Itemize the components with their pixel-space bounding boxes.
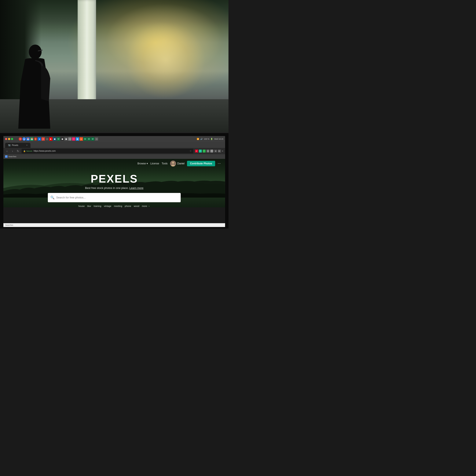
search-section: 🔍 house blur training vintage meeting ph…: [3, 189, 225, 207]
gmail-icon[interactable]: M: [19, 137, 22, 141]
tools-button[interactable]: Tools: [162, 162, 168, 165]
tag-phone[interactable]: phone: [125, 205, 131, 207]
system-controls: 📶 🔊 100 % 🔋 Wed 16:15: [197, 138, 223, 140]
back-button[interactable]: ‹: [5, 149, 9, 153]
calendar-icon[interactable]: 📅: [26, 137, 30, 141]
extension2-icon[interactable]: A: [41, 137, 45, 141]
tab-title: Pexels: [12, 144, 18, 146]
pexels-subtitle: Best free stock photos in one place. Lea…: [85, 186, 143, 189]
tab-close-icon[interactable]: ×: [26, 144, 28, 146]
refresh-button[interactable]: ↻: [16, 149, 20, 153]
window-glow: [126, 21, 206, 99]
medium3-icon[interactable]: M: [87, 137, 91, 141]
address-bar[interactable]: 🔒 Secure https://www.pexels.com ☆: [22, 149, 193, 153]
browser-tab[interactable]: 📷 Pexels ×: [5, 143, 31, 148]
subtitle-text: Best free stock photos in one place.: [85, 186, 129, 189]
license-button[interactable]: License: [151, 162, 159, 165]
pexels-title: PEXELS: [91, 172, 138, 185]
browser-titlebar: M ▲ 📅 📅 ● ◈ A ◻ ▶ ◼ M ◼ ◼ ◻ ⬡ ◉ ▸ M M M: [3, 136, 225, 142]
pexels-nav: Browse ▾ License Tools: [3, 159, 225, 168]
minimize-button[interactable]: [8, 138, 10, 140]
hero-text-section: PEXELS Best free stock photos in one pla…: [3, 172, 225, 189]
extension3-icon[interactable]: ◻: [45, 137, 49, 141]
quick-tags: house blur training vintage meeting phon…: [79, 205, 150, 207]
medium4-icon[interactable]: M: [91, 137, 94, 141]
extension-icon-1[interactable]: ◉: [206, 150, 209, 153]
wifi-icon: 📶: [197, 138, 199, 140]
tag-blur[interactable]: blur: [87, 205, 91, 207]
user-name-label: Daniel: [177, 162, 185, 165]
extension7-icon[interactable]: ◻: [68, 137, 71, 141]
tag-house[interactable]: house: [79, 205, 85, 207]
browse-chevron-icon: ▾: [147, 162, 148, 165]
pexels-hero: Browse ▾ License Tools: [3, 159, 225, 207]
extension-icon-2[interactable]: ⚙: [210, 150, 213, 153]
battery-icon: 🔋: [210, 138, 213, 140]
pinterest-icon[interactable]: 𝗽: [195, 150, 198, 153]
bookmark-search-icon: 🔍: [5, 155, 8, 158]
svg-point-0: [29, 45, 41, 59]
address-bar-icons: 𝗽 G f ◉ ⚙ ◀ ▶ ×: [195, 149, 223, 153]
close-tab-icon[interactable]: ×: [222, 149, 223, 153]
user-avatar[interactable]: [170, 161, 176, 167]
medium2-icon[interactable]: M: [83, 137, 87, 141]
extension10-icon[interactable]: ▸: [80, 137, 83, 141]
more-tags-arrow-icon: →: [148, 205, 150, 207]
bookmarks-toolbar: 🔍 Searches: [3, 154, 225, 159]
user-profile-area: Daniel: [170, 161, 185, 167]
tab-bar: 📷 Pexels ×: [3, 142, 225, 148]
extension-icon-4[interactable]: ▶: [218, 150, 221, 153]
browse-button[interactable]: Browse ▾: [137, 162, 148, 165]
browser-toolbar-icons: M ▲ 📅 📅 ● ◈ A ◻ ▶ ◼ M ◼ ◼ ◻ ⬡ ◉ ▸ M M M: [17, 136, 196, 142]
zoom-level: 100 %: [204, 138, 209, 140]
forward-button[interactable]: ›: [11, 149, 14, 153]
more-options-button[interactable]: ···: [218, 161, 221, 166]
contribute-photos-button[interactable]: Contribute Photos: [187, 161, 215, 166]
url-display: https://www.pexels.com: [34, 150, 56, 152]
grammarly-icon[interactable]: G: [199, 150, 202, 153]
volume-icon: 🔊: [200, 138, 203, 140]
extension9-icon[interactable]: ◉: [76, 137, 79, 141]
time-display: Wed 16:15: [214, 138, 223, 140]
tab-favicon: 📷: [8, 144, 11, 146]
extension5-icon[interactable]: ◼: [61, 137, 64, 141]
search-box[interactable]: 🔍: [48, 193, 181, 202]
address-bar-row: ‹ › ↻ 🔒 Secure https://www.pexels.com ☆ …: [3, 148, 225, 154]
extension-icon-3[interactable]: ◀: [214, 150, 217, 153]
monitor-screen: M ▲ 📅 📅 ● ◈ A ◻ ▶ ◼ M ◼ ◼ ◻ ⬡ ◉ ▸ M M M: [3, 136, 225, 227]
learn-more-link[interactable]: Learn more: [130, 186, 143, 189]
lastpass-icon[interactable]: ●: [34, 137, 37, 141]
extension6-icon[interactable]: ◼: [64, 137, 68, 141]
search-icon: 🔍: [50, 195, 55, 200]
calendar2-icon[interactable]: 📅: [30, 137, 34, 141]
extension8-icon[interactable]: ⬡: [72, 137, 75, 141]
tag-meeting[interactable]: meeting: [114, 205, 122, 207]
status-text: Searches: [5, 224, 13, 226]
pexels-website: Browse ▾ License Tools: [3, 159, 225, 207]
tag-vintage[interactable]: vintage: [104, 205, 111, 207]
monitor-bezel: M ▲ 📅 📅 ● ◈ A ◻ ▶ ◼ M ◼ ◼ ◻ ⬡ ◉ ▸ M M M: [0, 133, 228, 228]
close-button[interactable]: [5, 138, 7, 140]
bookmark-searches-label: Searches: [8, 155, 16, 158]
google-drive-icon[interactable]: ▲: [22, 137, 26, 141]
medium-icon[interactable]: M: [57, 137, 60, 141]
feedly-icon[interactable]: f: [203, 150, 206, 153]
tag-training[interactable]: training: [94, 205, 101, 207]
extension4-icon[interactable]: ◼: [53, 137, 56, 141]
extension11-icon[interactable]: ◻: [95, 137, 98, 141]
search-input[interactable]: [56, 196, 178, 199]
bookmark-searches[interactable]: 🔍 Searches: [5, 155, 16, 158]
browse-label: Browse: [137, 162, 146, 165]
browser-status-bar: Searches: [3, 223, 225, 227]
secure-badge: 🔒 Secure: [23, 150, 32, 152]
person-silhouette: [11, 43, 57, 142]
bookmark-star-icon[interactable]: ☆: [189, 150, 192, 152]
maximize-button[interactable]: [11, 138, 13, 140]
more-tags-button[interactable]: more →: [142, 205, 150, 207]
traffic-lights: [5, 138, 13, 140]
tag-wood[interactable]: wood: [134, 205, 139, 207]
svg-point-3: [172, 162, 174, 164]
extension1-icon[interactable]: ◈: [38, 137, 41, 141]
office-scene: [0, 0, 228, 142]
youtube-icon[interactable]: ▶: [49, 137, 52, 141]
